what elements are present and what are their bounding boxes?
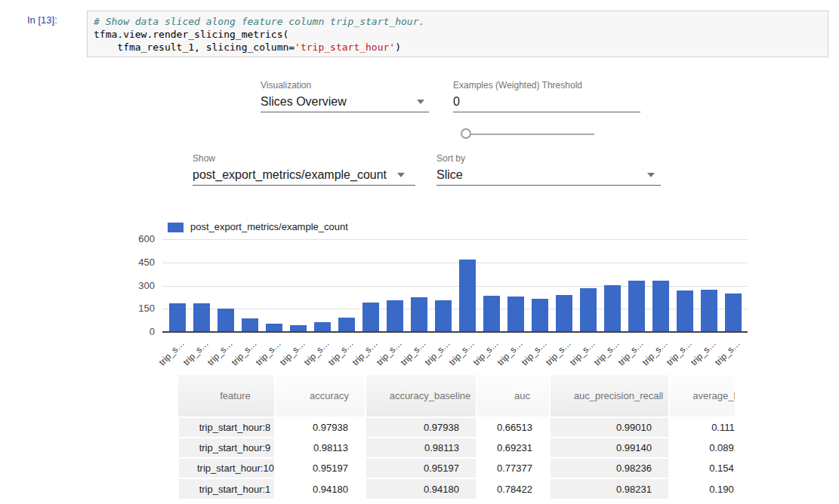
column-header-auc_precision_recall[interactable]: auc_precision_recall: [550, 375, 669, 417]
chevron-down-icon[interactable]: [417, 100, 424, 104]
x-axis-tick-label: trip_s…: [375, 338, 404, 367]
bar[interactable]: [677, 290, 693, 331]
bar[interactable]: [725, 293, 742, 331]
sort-label: Sort by: [436, 153, 661, 164]
code-line-3: tfma_result_1, slicing_column='trip_star…: [94, 41, 822, 54]
bar[interactable]: [580, 288, 597, 331]
metric-cell: 0.77377: [477, 458, 550, 478]
slider-handle[interactable]: [461, 128, 471, 139]
column-header-accuracy_baseline[interactable]: accuracy_baseline: [366, 375, 477, 417]
metric-cell: 0.0892: [669, 438, 735, 458]
bar[interactable]: [290, 325, 307, 331]
chevron-down-icon[interactable]: [647, 173, 655, 177]
bar[interactable]: [411, 297, 427, 331]
feature-cell: trip_start_hour:9: [178, 438, 275, 458]
code-cell[interactable]: # Show data sliced along feature column …: [87, 11, 828, 57]
x-axis-tick-label: trip_s…: [254, 338, 283, 367]
bar[interactable]: [193, 303, 210, 331]
x-axis-tick-label: trip_s…: [447, 338, 477, 367]
metric-cell: 0.69231: [477, 438, 550, 458]
bar[interactable]: [435, 300, 452, 331]
metrics-table-container[interactable]: featureaccuracyaccuracy_baselineaucauc_p…: [177, 375, 735, 504]
y-axis-tick-label: 0: [121, 326, 155, 337]
x-axis-tick-label: trip_s…: [157, 338, 187, 367]
metric-cell: 0.95197: [275, 458, 366, 478]
table-row: trip_start_hour:80.979380.979380.665130.…: [178, 417, 735, 438]
threshold-label: Examples (Weighted) Threshold: [453, 80, 640, 91]
x-axis-tick-label: trip_s…: [326, 338, 356, 367]
bar[interactable]: [314, 322, 331, 331]
threshold-slider[interactable]: [461, 128, 597, 140]
show-select[interactable]: Show post_export_metrics/example_count: [193, 153, 415, 186]
legend-swatch: [168, 223, 184, 232]
bar[interactable]: [362, 303, 379, 331]
bar[interactable]: [701, 290, 717, 331]
y-axis-tick-label: 150: [121, 303, 155, 314]
column-header-auc[interactable]: auc: [477, 375, 550, 417]
threshold-input[interactable]: 0: [453, 95, 460, 109]
feature-cell: trip_start_hour:1: [178, 478, 275, 499]
x-axis-tick-label: trip_s…: [471, 338, 501, 367]
table-row: trip_start_hour:90.981130.981130.692310.…: [178, 438, 735, 458]
x-axis-tick-label: trip_s…: [278, 338, 307, 367]
visualization-value: Slices Overview: [261, 95, 347, 109]
bar[interactable]: [532, 299, 548, 331]
x-axis-tick-label: trip_s…: [713, 338, 742, 367]
metric-cell: 0.99010: [550, 417, 669, 438]
bar[interactable]: [242, 318, 258, 331]
metrics-table: featureaccuracyaccuracy_baselineaucauc_p…: [177, 375, 735, 499]
metric-cell: 0.98113: [275, 438, 366, 458]
x-axis-tick-label: trip_s…: [640, 338, 670, 367]
x-axis-tick-label: trip_s…: [423, 338, 452, 367]
x-axis-tick-label: trip_s…: [544, 338, 573, 367]
y-axis-tick-label: 300: [121, 280, 155, 291]
metric-cell: 0.98236: [550, 458, 669, 478]
column-header-feature[interactable]: feature: [178, 375, 275, 417]
bar[interactable]: [266, 324, 282, 331]
table-row: trip_start_hour:10.941800.941800.784220.…: [178, 478, 735, 499]
bar[interactable]: [652, 281, 669, 331]
x-axis-tick-label: trip_s…: [495, 338, 525, 367]
metric-cell: 0.98231: [550, 478, 669, 499]
x-axis-tick-label: trip_s…: [616, 338, 646, 367]
x-axis-tick-label: trip_s…: [181, 338, 211, 367]
sort-value: Slice: [436, 168, 463, 182]
metric-cell: 0.1901: [669, 478, 735, 499]
bar[interactable]: [556, 295, 572, 331]
threshold-field[interactable]: Examples (Weighted) Threshold 0: [453, 80, 640, 112]
visualization-select[interactable]: Visualization Slices Overview: [261, 80, 429, 112]
bar[interactable]: [169, 303, 186, 331]
metric-cell: 0.1111: [669, 417, 735, 438]
x-axis-tick-label: trip_s…: [205, 338, 235, 367]
slider-track[interactable]: [467, 134, 594, 135]
x-axis-tick-label: trip_s…: [665, 338, 694, 367]
metric-cell: 0.1541: [669, 458, 735, 478]
x-axis-tick-label: trip_s…: [230, 338, 259, 367]
metric-cell: 0.66513: [477, 417, 550, 438]
bar[interactable]: [338, 318, 355, 331]
show-label: Show: [193, 153, 415, 164]
bar[interactable]: [459, 260, 476, 331]
x-axis-tick-label: trip_s…: [520, 338, 549, 367]
table-row: trip_start_hour:100.951970.951970.773770…: [178, 458, 735, 478]
bar[interactable]: [387, 300, 403, 331]
show-value: post_export_metrics/example_count: [193, 168, 387, 182]
x-axis-line: [162, 331, 748, 333]
metric-cell: 0.94180: [275, 478, 366, 499]
gridline: [162, 263, 748, 263]
code-comment: # Show data sliced along feature column …: [94, 16, 424, 27]
bar[interactable]: [604, 285, 621, 331]
column-header-average_loss[interactable]: average_loss: [669, 375, 735, 417]
x-axis-tick-label: trip_s…: [568, 338, 597, 367]
bar[interactable]: [628, 281, 645, 331]
visualization-label: Visualization: [261, 80, 429, 91]
bar[interactable]: [483, 296, 500, 331]
sort-select[interactable]: Sort by Slice: [436, 153, 661, 186]
column-header-accuracy[interactable]: accuracy: [275, 375, 366, 417]
cell-prompt: In [13]:: [27, 14, 57, 26]
bar[interactable]: [217, 309, 234, 331]
chevron-down-icon[interactable]: [397, 173, 405, 177]
bar[interactable]: [507, 297, 524, 331]
metric-cell: 0.97938: [275, 417, 366, 438]
x-axis-tick-label: trip_s…: [302, 338, 332, 367]
